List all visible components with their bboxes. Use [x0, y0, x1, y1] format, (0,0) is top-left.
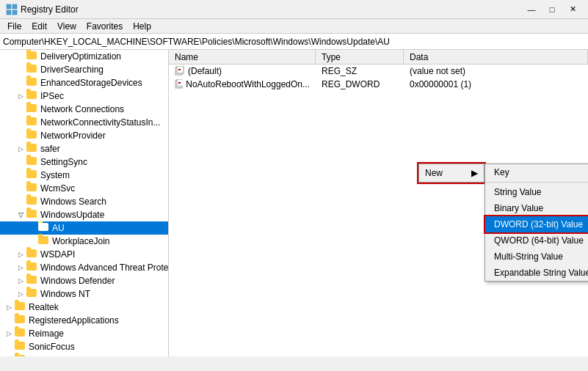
submenu-divider	[485, 182, 588, 183]
tree-label: EnhancedStorageDevices	[40, 78, 142, 88]
expand-icon: ▷	[15, 90, 26, 102]
expand-icon	[15, 130, 26, 142]
menu-help[interactable]: Help	[128, 20, 156, 33]
tree-item-au[interactable]: AU	[0, 221, 168, 235]
expand-icon: ▷	[15, 288, 26, 300]
submenu-item-multi-string-value[interactable]: Multi-String Value	[485, 249, 588, 265]
submenu-item-dword-value[interactable]: DWORD (32-bit) Value	[485, 216, 588, 232]
row-name: NoAutoRebootWithLoggedOn...	[186, 79, 310, 89]
tree-item-windowsdefender[interactable]: ▷ Windows Defender	[0, 274, 168, 287]
new-submenu-button[interactable]: New ▶	[418, 164, 484, 183]
expand-icon: ▷	[3, 301, 15, 313]
tree-panel: DeliveryOptimization DriverSearching Enh…	[0, 50, 169, 356]
tree-item-registeredapplications[interactable]: RegisteredApplications	[0, 314, 168, 327]
submenu: Key String Value Binary Value DWORD (32-…	[484, 164, 588, 282]
folder-icon	[26, 157, 38, 167]
tree-item-windowssearch[interactable]: Windows Search	[0, 195, 168, 208]
tree-label: safer	[40, 144, 60, 154]
svg-rect-2	[7, 10, 11, 15]
maximize-button[interactable]: □	[542, 2, 562, 17]
table-row[interactable]: NoAutoRebootWithLoggedOn... REG_DWORD 0x…	[169, 78, 588, 91]
tree-item-system[interactable]: System	[0, 169, 168, 182]
tree-item-wsdapi[interactable]: ▷ WSDAPI	[0, 248, 168, 261]
menu-file[interactable]: File	[3, 20, 26, 33]
tree-item-safer[interactable]: ▷ safer	[0, 142, 168, 155]
tree-label: System	[40, 170, 70, 180]
tree-label: Realtek	[29, 302, 59, 312]
address-path: Computer\HKEY_LOCAL_MACHINE\SOFTWARE\Pol…	[3, 37, 390, 47]
expand-icon	[3, 354, 15, 356]
expand-icon	[15, 169, 26, 181]
table-header: Name Type Data	[169, 50, 588, 65]
table-row[interactable]: (Default) REG_SZ (value not set)	[169, 65, 588, 78]
expand-icon	[15, 51, 26, 62]
tree-item-networkconnections[interactable]: Network Connections	[0, 103, 168, 116]
expand-icon	[15, 77, 26, 89]
context-menu-container: New ▶ Key String Value Binary Value DWOR…	[418, 164, 588, 282]
tree-item-workplacejoin[interactable]: WorkplaceJoin	[0, 235, 168, 248]
tree-label: SettingSync	[40, 157, 87, 167]
expand-icon	[15, 156, 26, 168]
tree-scroll[interactable]: DeliveryOptimization DriverSearching Enh…	[0, 50, 168, 356]
row-name: (Default)	[188, 66, 222, 76]
menu-view[interactable]: View	[53, 20, 81, 33]
folder-icon	[26, 144, 38, 154]
default-value-icon	[175, 66, 185, 76]
col-type: Type	[316, 50, 404, 64]
tree-item-wcmsvc[interactable]: WcmSvc	[0, 182, 168, 195]
address-bar: Computer\HKEY_LOCAL_MACHINE\SOFTWARE\Pol…	[0, 34, 588, 50]
submenu-item-string-value[interactable]: String Value	[485, 184, 588, 200]
tree-item-sonicfocus[interactable]: SonicFocus	[0, 340, 168, 353]
menu-edit[interactable]: Edit	[27, 20, 51, 33]
submenu-item-qword-value[interactable]: QWORD (64-bit) Value	[485, 232, 588, 249]
expand-icon	[3, 315, 15, 326]
tree-item-windowsupdate[interactable]: ▽ WindowsUpdate	[0, 208, 168, 221]
new-label: New	[425, 168, 443, 178]
cell-data: 0x00000001 (1)	[404, 78, 588, 90]
table-body: (Default) REG_SZ (value not set) NoAutoR…	[169, 65, 588, 91]
close-button[interactable]: ✕	[563, 2, 582, 17]
tree-item-reimage[interactable]: ▷ Reimage	[0, 327, 168, 340]
submenu-item-binary-value[interactable]: Binary Value	[485, 200, 588, 216]
expand-icon	[26, 222, 38, 234]
tree-item-windowsadvancedthreat[interactable]: ▷ Windows Advanced Threat Prote...	[0, 261, 168, 274]
folder-icon	[15, 355, 26, 356]
tree-label: Windows NT	[40, 289, 90, 299]
cell-name: (Default)	[169, 65, 316, 77]
main-content: DeliveryOptimization DriverSearching Enh…	[0, 50, 588, 356]
expand-icon	[15, 183, 26, 194]
folder-icon	[26, 249, 38, 260]
window-controls: — □ ✕	[522, 2, 582, 17]
tree-item-enhancedstoragedevices[interactable]: EnhancedStorageDevices	[0, 76, 168, 89]
tree-item-networkconnectivitystatusindic[interactable]: NetworkConnectivityStatusIn...	[0, 116, 168, 129]
tree-label: AU	[52, 223, 65, 233]
tree-label: DriverSearching	[40, 65, 104, 75]
folder-icon	[26, 196, 38, 207]
tree-item-settingsync[interactable]: SettingSync	[0, 155, 168, 169]
folder-icon	[26, 117, 38, 128]
minimize-button[interactable]: —	[522, 2, 541, 17]
expand-icon: ▽	[15, 209, 26, 221]
folder-icon	[26, 51, 38, 62]
expand-icon	[15, 117, 26, 128]
tree-item-driversearching[interactable]: DriverSearching	[0, 63, 168, 76]
folder-icon	[26, 183, 38, 194]
submenu-item-key[interactable]: Key	[485, 164, 588, 180]
tree-label: DeliveryOptimization	[40, 51, 121, 62]
tree-item-soundresearch[interactable]: SoundResearch	[0, 353, 168, 356]
submenu-item-expandable-string-value[interactable]: Expandable String Value	[485, 265, 588, 281]
folder-icon	[26, 210, 38, 220]
tree-item-deliveryoptimization[interactable]: DeliveryOptimization	[0, 50, 168, 63]
svg-rect-0	[7, 4, 11, 9]
cell-data: (value not set)	[404, 65, 588, 77]
tree-item-realtek[interactable]: ▷ Realtek	[0, 301, 168, 314]
menu-favorites[interactable]: Favorites	[82, 20, 127, 33]
tree-item-ipsec[interactable]: ▷ IPSec	[0, 89, 168, 103]
dword-value-icon	[175, 79, 183, 89]
tree-item-networkprovider[interactable]: NetworkProvider	[0, 129, 168, 142]
folder-icon	[15, 302, 26, 312]
tree-label: WindowsUpdate	[40, 210, 104, 220]
folder-icon	[15, 342, 26, 352]
tree-item-windowsnt[interactable]: ▷ Windows NT	[0, 287, 168, 301]
folder-icon	[26, 104, 38, 114]
